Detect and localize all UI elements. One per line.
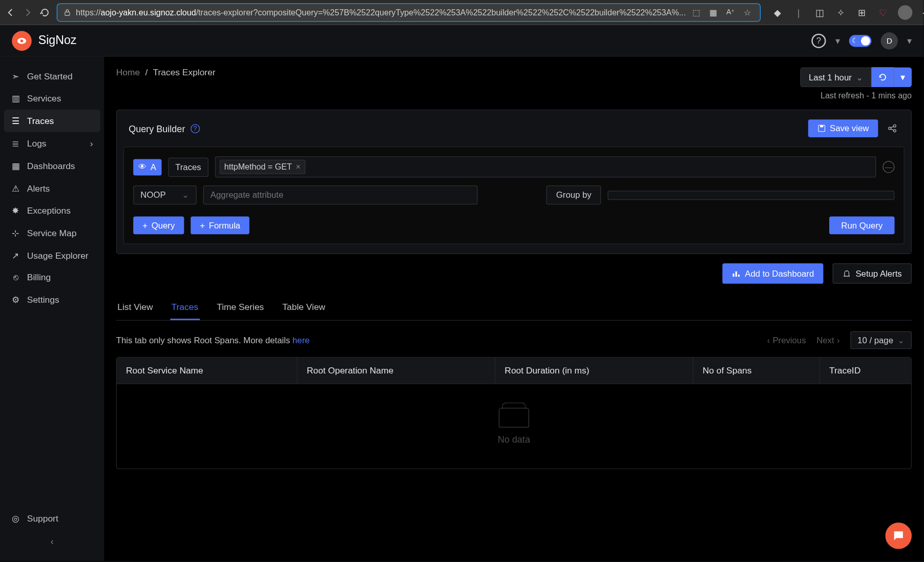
svg-rect-4 — [820, 125, 823, 127]
logo-icon — [12, 31, 32, 51]
sidebar-item-alerts[interactable]: ⚠Alerts — [4, 177, 100, 199]
sidebar-item-settings[interactable]: ⚙Settings — [4, 288, 100, 311]
chevron-down-icon: ⌄ — [897, 335, 905, 345]
filter-tag: httpMethod = GET× — [220, 160, 305, 174]
chat-icon — [892, 529, 905, 543]
tab-list-view[interactable]: List View — [116, 296, 154, 320]
tab-time-series[interactable]: Time Series — [216, 296, 265, 320]
add-query-button[interactable]: +Query — [133, 216, 184, 234]
profile-avatar[interactable] — [897, 5, 912, 19]
help-icon[interactable]: ? — [811, 33, 826, 48]
help-icon[interactable]: ? — [191, 124, 200, 133]
save-icon — [817, 124, 826, 133]
tab-traces[interactable]: Traces — [170, 296, 200, 320]
back-icon[interactable] — [5, 6, 16, 19]
svg-rect-9 — [736, 272, 737, 277]
view-tabs: List View Traces Time Series Table View — [116, 296, 912, 321]
alert-icon: ⚠ — [11, 183, 20, 194]
pager-previous[interactable]: ‹Previous — [767, 335, 806, 345]
chevron-left-icon: ‹ — [51, 536, 54, 547]
extension-icon[interactable]: ◆ — [771, 6, 784, 19]
theme-toggle[interactable]: ☾ — [849, 35, 872, 47]
rocket-icon: ➣ — [11, 71, 20, 81]
remove-tag-icon[interactable]: × — [296, 162, 301, 172]
url-bar[interactable]: https://aojo-yakn.eu.signoz.cloud/traces… — [57, 3, 761, 22]
chevron-down-icon[interactable]: ▾ — [907, 35, 912, 46]
chevron-down-icon[interactable]: ▾ — [835, 35, 840, 46]
th-span-count[interactable]: No of Spans — [694, 358, 820, 383]
breadcrumb-home[interactable]: Home — [116, 67, 140, 77]
th-trace-id[interactable]: TraceID — [820, 358, 911, 383]
sidebar-item-billing[interactable]: ⎋Billing — [4, 266, 100, 288]
lock-icon — [62, 8, 72, 17]
sidebar-item-support[interactable]: ◎Support — [4, 507, 100, 529]
sidebar: ➣Get Started ▥Services ☰Traces ≣Logs› ▦D… — [0, 57, 104, 561]
device-icon[interactable]: ⬚ — [690, 6, 703, 19]
map-icon: ⊹ — [11, 227, 20, 238]
sidebar-icon[interactable]: ◫ — [813, 6, 827, 19]
refresh-button[interactable] — [871, 67, 894, 87]
moon-icon: ☾ — [852, 36, 858, 45]
setup-alerts-button[interactable]: Setup Alerts — [832, 263, 912, 284]
group-by-input[interactable] — [608, 191, 895, 200]
apps-icon[interactable]: ▦ — [707, 6, 720, 19]
add-formula-button[interactable]: +Formula — [191, 216, 249, 234]
collections-icon[interactable]: ⊞ — [855, 6, 869, 19]
remove-query-button[interactable]: — — [883, 161, 894, 173]
chevron-down-icon: ▾ — [900, 72, 905, 82]
th-root-service[interactable]: Root Service Name — [117, 358, 298, 383]
svg-point-7 — [893, 130, 896, 132]
intercom-launcher[interactable] — [885, 523, 912, 549]
heart-icon[interactable]: ♡ — [876, 6, 890, 19]
chevron-right-icon: › — [90, 138, 93, 148]
group-by-label: Group by — [546, 185, 601, 204]
traces-table: Root Service Name Root Operation Name Ro… — [116, 357, 912, 469]
sidebar-item-usage-explorer[interactable]: ↗Usage Explorer — [4, 244, 100, 267]
svg-point-5 — [889, 127, 891, 130]
sidebar-item-exceptions[interactable]: ✸Exceptions — [4, 199, 100, 222]
plus-icon: + — [200, 220, 205, 230]
tab-table-view[interactable]: Table View — [281, 296, 327, 320]
refresh-dropdown[interactable]: ▾ — [894, 67, 912, 87]
th-root-duration[interactable]: Root Duration (in ms) — [495, 358, 693, 383]
share-button[interactable] — [887, 123, 899, 133]
chevron-down-icon: ⌄ — [856, 72, 863, 82]
svg-rect-8 — [733, 274, 734, 277]
forward-icon[interactable] — [23, 6, 33, 19]
source-select[interactable]: Traces — [168, 157, 208, 176]
sidebar-item-service-map[interactable]: ⊹Service Map — [4, 222, 100, 244]
app-logo[interactable]: SigNoz — [12, 31, 76, 51]
sidebar-item-logs[interactable]: ≣Logs› — [4, 132, 100, 155]
breadcrumb-sep: / — [145, 67, 148, 77]
query-chip-a[interactable]: 👁A — [133, 159, 161, 175]
page-size-select[interactable]: 10 / page⌄ — [850, 331, 912, 349]
text-size-icon[interactable]: A⁺ — [724, 6, 738, 19]
add-to-dashboard-button[interactable]: Add to Dashboard — [722, 263, 823, 284]
sidebar-item-traces[interactable]: ☰Traces — [4, 110, 100, 132]
breadcrumb: Home / Traces Explorer — [116, 67, 216, 77]
aggregate-op-select[interactable]: NOOP⌄ — [133, 185, 197, 204]
time-range-select[interactable]: Last 1 hour⌄ — [800, 67, 871, 87]
more-icon[interactable]: ⋯ — [920, 6, 924, 19]
sidebar-item-dashboards[interactable]: ▦Dashboards — [4, 154, 100, 177]
chevron-down-icon: ⌄ — [182, 190, 189, 200]
sidebar-item-services[interactable]: ▥Services — [4, 87, 100, 110]
sidebar-collapse[interactable]: ‹ — [4, 529, 100, 553]
breadcrumb-current: Traces Explorer — [153, 67, 216, 77]
favorite-icon[interactable]: ☆ — [741, 6, 754, 19]
plus-icon: + — [142, 220, 148, 230]
run-query-button[interactable]: Run Query — [829, 216, 894, 234]
reload-icon[interactable] — [39, 6, 50, 19]
pager-next[interactable]: Next› — [816, 335, 839, 345]
empty-icon — [499, 408, 529, 428]
user-avatar[interactable]: D — [880, 32, 897, 49]
svg-rect-0 — [65, 12, 70, 15]
favorites-icon[interactable]: ✧ — [834, 6, 848, 19]
th-root-operation[interactable]: Root Operation Name — [298, 358, 495, 383]
sidebar-item-get-started[interactable]: ➣Get Started — [4, 65, 100, 87]
filter-input[interactable]: httpMethod = GET× — [215, 156, 876, 177]
root-spans-link[interactable]: here — [292, 335, 310, 345]
svg-point-2 — [20, 39, 24, 42]
save-view-button[interactable]: Save view — [808, 119, 878, 137]
aggregate-attribute-input[interactable] — [203, 185, 478, 204]
